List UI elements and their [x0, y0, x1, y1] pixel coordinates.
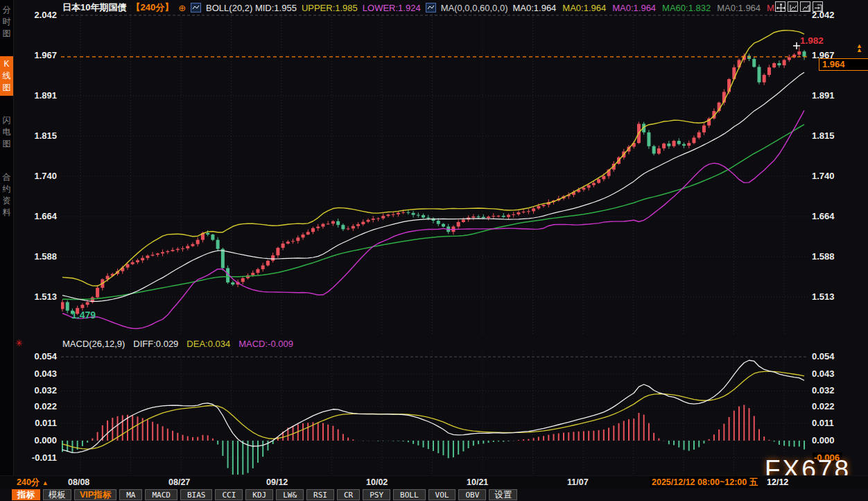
boll-values: BOLL(20,2) MID:1.955 — [206, 3, 297, 13]
main-y-label-left-0: 2.042 — [12, 10, 57, 20]
macd-y-label-right-5: 0.000 — [812, 435, 860, 445]
macd-diff-value: DIFF:0.029 — [133, 339, 178, 349]
ma-value-3: MA60:1.832 — [662, 3, 711, 13]
macd-macd-value: MACD:-0.009 — [238, 339, 293, 349]
ma-values: MA0:1.964MA0:1.964MA0:1.964MA60:1.832MA0… — [512, 3, 780, 13]
toolbar-button-模板[interactable]: 模板 — [43, 489, 71, 500]
ma-value-0: MA0:1.964 — [512, 3, 556, 13]
macd-header: MACD(26,12,9) DIFF:0.029 DEA:0.034 MACD:… — [62, 339, 293, 349]
main-y-label-left-5: 1.664 — [12, 211, 57, 221]
main-y-label-right-6: 1.588 — [812, 251, 860, 262]
macd-title: MACD(26,12,9) — [62, 339, 125, 349]
session-tooltip: 2025/12/12 08:00~12:00 五 — [650, 477, 760, 488]
macd-y-label-left-0: 0.054 — [12, 351, 57, 362]
x-axis-label-4: 10/21 — [467, 477, 497, 487]
sidebar-item-2[interactable]: 闪电图 — [0, 112, 13, 152]
session-high-label: 1.982 — [800, 35, 824, 46]
macd-y-label-left-6: -0.011 — [12, 452, 57, 463]
main-y-label-right-7: 1.513 — [812, 291, 860, 302]
toolbar-button-KDJ[interactable]: KDJ — [245, 489, 273, 500]
period-low-label: 1.479 — [71, 309, 96, 321]
price-pin-icon: ▲▲ — [856, 44, 862, 52]
axis-scale-left-icon[interactable] — [788, 1, 798, 12]
main-y-label-right-3: 1.815 — [812, 130, 860, 141]
chart-window: 分时图K线图闪电图合约资料 日本10年期国债 【240分】 ⊕ BOLL(20,… — [0, 0, 868, 501]
sidebar-item-1[interactable]: K线图 — [0, 56, 13, 96]
x-axis-label-1: 08/27 — [168, 477, 199, 487]
date-axis: 240分 ▲ 2025/12/12 08:00~12:00 五 12/12 08… — [0, 475, 868, 489]
toolbar-button-VOL[interactable]: VOL — [428, 489, 456, 500]
main-y-label-left-4: 1.740 — [12, 171, 57, 181]
ma-indicator-icon[interactable] — [426, 3, 436, 12]
chart-header: 日本10年期国债 【240分】 ⊕ BOLL(20,2) MID:1.955 U… — [62, 2, 781, 13]
toolbar-button-BIAS[interactable]: BIAS — [180, 489, 213, 500]
toolbar-button-MA[interactable]: MA — [119, 489, 142, 500]
toolbar-button-LW&[interactable]: LW& — [276, 489, 304, 500]
macd-dea-value: DEA:0.034 — [186, 339, 230, 349]
macd-y-label-left-1: 0.043 — [12, 368, 57, 379]
main-y-label-left-1: 1.967 — [12, 50, 57, 60]
main-y-label-left-6: 1.588 — [12, 251, 57, 262]
x-axis-label-2: 09/12 — [266, 477, 297, 487]
x-axis-label-5: 11/07 — [567, 477, 598, 487]
x-axis-label-3: 10/02 — [366, 477, 397, 487]
ma-value-2: MA0:1.964 — [612, 3, 656, 13]
toolbar-button-BOLL[interactable]: BOLL — [393, 489, 426, 500]
period-label[interactable]: 【240分】 — [131, 1, 173, 14]
ma-value-1: MA0:1.964 — [562, 3, 606, 13]
boll-lower-value: LOWER:1.924 — [363, 3, 421, 13]
macd-y-label-left-2: 0.032 — [12, 385, 57, 396]
macd-y-label-right-4: 0.011 — [812, 418, 860, 428]
toolbar-button-VIP指标[interactable]: VIP指标 — [74, 489, 116, 500]
move-icon[interactable] — [775, 1, 785, 12]
period-selector-label: 240分 — [17, 477, 40, 487]
macd-y-label-right-0: 0.054 — [812, 351, 860, 362]
boll-indicator-icon[interactable] — [191, 3, 201, 12]
main-y-label-right-2: 1.891 — [812, 90, 860, 101]
main-y-label-left-3: 1.815 — [12, 130, 57, 141]
ma-group-label: MA(0,0,0,60,0,0) — [441, 3, 508, 13]
toolbar-button-指标[interactable]: 指标 — [12, 489, 40, 500]
chart-surface[interactable] — [0, 0, 868, 501]
sidebar-item-3[interactable]: 合约资料 — [0, 169, 13, 221]
main-y-label-left-2: 1.891 — [12, 90, 57, 101]
main-y-label-right-4: 1.740 — [812, 171, 860, 181]
toolbar-button-MACD[interactable]: MACD — [145, 489, 177, 500]
toolbar-button-PSY[interactable]: PSY — [363, 489, 390, 500]
main-y-label-left-7: 1.513 — [12, 291, 57, 302]
sidebar: 分时图K线图闪电图合约资料 — [0, 0, 14, 501]
macd-y-label-right-2: 0.032 — [812, 385, 860, 396]
ma-value-4: MA0:1.964 — [717, 3, 761, 13]
symbol-title: 日本10年期国债 — [62, 1, 126, 14]
sidebar-item-0[interactable]: 分时图 — [0, 2, 13, 42]
exit-chart-icon[interactable] — [813, 1, 823, 12]
boll-upper-value: UPPER:1.985 — [302, 3, 358, 13]
macd-y-label-left-3: 0.022 — [12, 401, 57, 411]
macd-y-label-left-5: 0.000 — [12, 435, 57, 445]
macd-y-label-right-3: 0.022 — [812, 401, 860, 411]
x-axis-label-0: 08/08 — [68, 477, 98, 487]
current-price-box: 1.964 — [819, 58, 868, 71]
toolbar-button-RSI[interactable]: RSI — [306, 489, 334, 500]
main-y-label-right-5: 1.664 — [812, 211, 860, 221]
toolbar-button-CR[interactable]: CR — [337, 489, 360, 500]
toolbar-button-CCI[interactable]: CCI — [215, 489, 243, 500]
period-arrow-icon: ▲ — [42, 479, 49, 486]
period-selector-button[interactable]: 240分 ▲ — [17, 477, 49, 489]
toolbar-button-OBV[interactable]: OBV — [458, 489, 486, 500]
axis-scale-right-icon[interactable] — [800, 1, 810, 12]
macd-y-label-right-1: 0.043 — [812, 368, 860, 379]
window-icons — [775, 1, 823, 12]
macd-y-label-left-4: 0.011 — [12, 418, 57, 428]
indicator-toolbar: 指标模板VIP指标MAMACDBIASCCIKDJLW&RSICRPSYBOLL… — [0, 489, 868, 501]
expand-icon[interactable]: ⊕ — [178, 3, 186, 13]
last-date-label: 12/12 — [767, 477, 788, 487]
toolbar-button-设置[interactable]: 设置 — [489, 489, 517, 500]
macd-settings-icon[interactable]: ✳ — [15, 338, 23, 348]
